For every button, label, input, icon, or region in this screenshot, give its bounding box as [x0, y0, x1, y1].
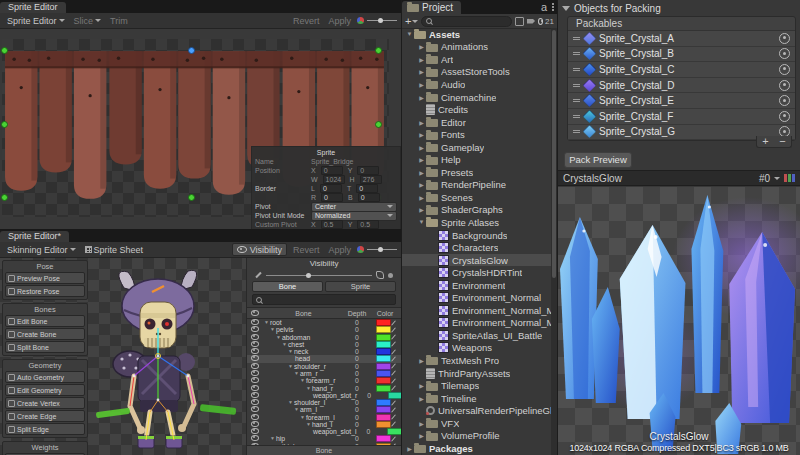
bone-color-swatch[interactable] — [376, 399, 391, 406]
bone-depth-value[interactable]: 0 — [345, 348, 369, 355]
packable-row-sprite-crystal-b[interactable]: Sprite_Crystal_B — [568, 47, 795, 63]
project-item-credits[interactable]: Credits — [402, 103, 551, 116]
project-item-vfx[interactable]: ▶VFX — [402, 417, 551, 430]
depth-column-header[interactable]: Depth — [345, 310, 369, 317]
border-b-field[interactable]: 0 — [358, 193, 380, 202]
sprite-editor-mode-dropdown[interactable]: Sprite Editor — [4, 16, 68, 26]
position-x-field[interactable]: 0 — [321, 166, 343, 175]
visibility-eye-icon[interactable] — [251, 348, 259, 354]
eyedropper-icon[interactable] — [391, 400, 396, 405]
search-by-label-icon[interactable] — [527, 19, 535, 24]
object-picker-icon[interactable] — [779, 80, 790, 91]
project-item-fonts[interactable]: ▶Fonts — [402, 128, 551, 141]
create-edge-button[interactable]: Create Edge — [5, 410, 85, 422]
project-item-thirdpartyassets[interactable]: ThirdPartyAssets — [402, 367, 551, 380]
expand-arrow-icon[interactable]: ▶ — [417, 194, 426, 201]
eyedropper-icon[interactable] — [391, 356, 396, 361]
pivot-unit-mode-dropdown[interactable]: Normalized — [311, 211, 397, 221]
project-item-timeline[interactable]: ▶Timeline — [402, 392, 551, 405]
bone-depth-value[interactable]: 0 — [345, 385, 369, 392]
expand-arrow-icon[interactable]: ▶ — [417, 144, 426, 151]
eyedropper-icon[interactable] — [391, 414, 396, 419]
bone-row-arm-l[interactable]: ▼arm_l0 — [247, 406, 401, 413]
mesh-opacity-knob[interactable] — [388, 273, 393, 278]
bone-row-weapon-slot-l[interactable]: weapon_slot_l0 — [247, 428, 401, 435]
expand-arrow-icon[interactable]: ▼ — [294, 406, 299, 413]
project-item-shadergraphs[interactable]: ▶ShaderGraphs — [402, 204, 551, 217]
object-picker-icon[interactable] — [779, 111, 790, 122]
bone-depth-value[interactable]: 0 — [356, 428, 380, 435]
project-item-presets[interactable]: ▶Presets — [402, 166, 551, 179]
expand-arrow-icon[interactable]: ▼ — [270, 326, 275, 333]
sprite-handle-bottom-center[interactable] — [188, 194, 195, 201]
bone-color-swatch[interactable] — [376, 326, 391, 333]
project-item-environment[interactable]: Environment — [402, 279, 551, 292]
color-column-header[interactable]: Color — [369, 310, 401, 317]
drag-handle-icon[interactable] — [573, 99, 580, 102]
bone-color-swatch[interactable] — [376, 341, 391, 348]
project-item-volumeprofile[interactable]: ▶VolumeProfile — [402, 430, 551, 443]
drag-handle-icon[interactable] — [573, 37, 580, 40]
bone-depth-value[interactable]: 0 — [345, 355, 369, 362]
expand-arrow-icon[interactable]: ▶ — [417, 357, 426, 364]
rgb-alpha-toggle-icon[interactable] — [357, 246, 364, 253]
bone-color-swatch[interactable] — [376, 435, 391, 442]
bone-depth-value[interactable]: 0 — [345, 341, 369, 348]
expand-arrow-icon[interactable]: ▶ — [417, 432, 426, 439]
project-item-environment-normal-mask[interactable]: Environment_Normal_Mask — [402, 304, 551, 317]
visibility-eye-icon[interactable] — [251, 370, 259, 376]
bone-color-swatch[interactable] — [376, 377, 391, 384]
revert-button[interactable]: Revert — [290, 16, 323, 26]
sprite-handle-mid-left[interactable] — [1, 121, 8, 128]
expand-arrow-icon[interactable]: ▼ — [306, 385, 311, 392]
object-picker-icon[interactable] — [779, 48, 790, 59]
project-item-environment-normal-mask[interactable]: Environment_Normal_Mask — [402, 317, 551, 330]
eyedropper-icon[interactable] — [391, 327, 396, 332]
objects-for-packing-header[interactable]: Objects for Packing — [558, 0, 800, 16]
project-item-universalrenderpipelineglob[interactable]: UniversalRenderPipelineGlob — [402, 404, 551, 417]
rgb-alpha-toggle-icon[interactable] — [357, 17, 364, 24]
bone-depth-value[interactable]: 0 — [345, 319, 369, 326]
bone-depth-value[interactable]: 0 — [345, 370, 369, 377]
expand-arrow-icon[interactable]: ▼ — [270, 435, 275, 442]
object-picker-icon[interactable] — [779, 33, 790, 44]
bone-row-head[interactable]: head0 — [247, 355, 401, 362]
bone-row-forearm-l[interactable]: ▼forearm_l0 — [247, 413, 401, 420]
eyedropper-icon[interactable] — [391, 436, 396, 441]
project-item-textmesh-pro[interactable]: ▶TextMesh Pro — [402, 354, 551, 367]
bone-depth-value[interactable]: 0 — [345, 334, 369, 341]
drag-handle-icon[interactable] — [573, 130, 580, 133]
sprite-handle-mid-right[interactable] — [375, 121, 382, 128]
height-field[interactable]: 276 — [360, 175, 382, 184]
visibility-eye-icon[interactable] — [251, 319, 259, 325]
eyedropper-icon[interactable] — [391, 364, 396, 369]
zoom-slider[interactable] — [367, 20, 397, 21]
zoom-slider-thumb[interactable] — [378, 247, 383, 252]
expand-arrow-icon[interactable]: ▶ — [417, 206, 426, 213]
zoom-slider-thumb[interactable] — [378, 18, 383, 23]
bone-row-neck[interactable]: ▼neck0 — [247, 348, 401, 355]
apply-button[interactable]: Apply — [325, 16, 354, 26]
bone-depth-value[interactable]: 0 — [345, 399, 369, 406]
project-search-input[interactable] — [421, 16, 512, 27]
expand-arrow-icon[interactable]: ▶ — [417, 395, 426, 402]
expand-arrow-icon[interactable]: ▼ — [276, 334, 281, 341]
bone-color-swatch[interactable] — [376, 385, 391, 392]
remove-packable-button[interactable]: − — [774, 136, 791, 147]
sprite-editor-canvas[interactable]: Sprite Name Sprite_Bridge Position X 0 Y… — [0, 29, 401, 229]
bone-row-hand-l[interactable]: ▼hand_l0 — [247, 421, 401, 428]
bone-row-root[interactable]: ▼root0 — [247, 319, 401, 326]
tab-project[interactable]: Project — [402, 1, 461, 14]
project-item-help[interactable]: ▶Help — [402, 153, 551, 166]
create-asset-button[interactable]: + — [405, 16, 418, 26]
expand-arrow-icon[interactable]: ▶ — [417, 56, 426, 63]
project-item-weapons[interactable]: Weapons — [402, 342, 551, 355]
bone-color-swatch[interactable] — [376, 406, 391, 413]
expand-arrow-icon[interactable]: ▶ — [417, 119, 426, 126]
visibility-eye-icon[interactable] — [251, 377, 259, 383]
bone-row-hand-r[interactable]: ▼hand_r0 — [247, 384, 401, 391]
tab-sprite-editor-dirty[interactable]: Sprite Editor* — [0, 231, 69, 242]
project-item-backgrounds[interactable]: Backgrounds — [402, 229, 551, 242]
visibility-eye-icon[interactable] — [251, 435, 259, 441]
project-item-assetstoretools[interactable]: ▶AssetStoreTools — [402, 66, 551, 79]
